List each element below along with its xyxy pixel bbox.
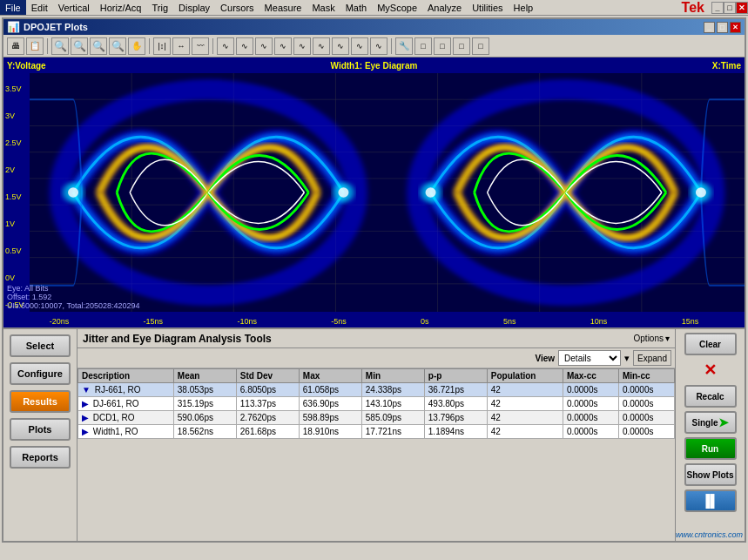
single-button[interactable]: Single ➤ [684, 411, 737, 434]
tool-zoom-in[interactable]: 🔍 [51, 37, 69, 55]
data-table: Description Mean Std Dev Max Min p-p Pop… [77, 368, 675, 439]
table-row[interactable]: ▼ RJ-661, RO 38.053ps 6.8050ps 61.058ps … [78, 383, 675, 397]
row-expand-rj[interactable]: ▼ [82, 385, 91, 395]
recalc-button[interactable]: Recalc [684, 385, 737, 408]
tool-wave-9[interactable]: ∿ [370, 37, 387, 55]
app-maximize[interactable]: □ [717, 22, 728, 33]
close-x-button[interactable]: ✕ [684, 359, 737, 381]
cell-pp-dj: 493.80ps [424, 397, 487, 411]
cell-maxcc-dcd: 0.0000s [563, 411, 618, 425]
options-label: Options [634, 334, 664, 343]
tool-zoom-area[interactable]: 🔍 [90, 37, 107, 55]
table-container: Description Mean Std Dev Max Min p-p Pop… [77, 368, 675, 541]
tool-wave-8[interactable]: ∿ [351, 37, 368, 55]
view-controls-bar: View Details Summary Histogram ▾ Expand [77, 348, 675, 368]
clear-button[interactable]: Clear [684, 333, 737, 355]
menu-item-utilities[interactable]: Utilities [467, 0, 508, 15]
cell-pp-dcd: 13.796ps [424, 411, 487, 425]
menu-item-vertical[interactable]: Vertical [53, 0, 95, 15]
scope-volt-axis: 3.5V 3V 2.5V 2V 1.5V 1V 0.5V 0V -0.5V [5, 75, 24, 319]
tool-copy[interactable]: 📋 [26, 37, 44, 55]
cell-mincc-dcd: 0.0000s [618, 411, 674, 425]
scope-info: Eye: All Bits Offset: 1.592 UIs:6000:100… [7, 284, 139, 310]
row-expand-dj[interactable]: ▶ [82, 399, 89, 408]
tool-zoom-fit[interactable]: 🔍 [109, 37, 126, 55]
time-15: 15ns [682, 317, 699, 326]
results-button[interactable]: Results [10, 390, 71, 413]
tool-wave-4[interactable]: ∿ [274, 37, 292, 55]
tool-zoom-out[interactable]: 🔍 [71, 37, 88, 55]
tool-cursor-2[interactable]: ↔ [172, 37, 190, 55]
menu-item-trig[interactable]: Trig [146, 0, 173, 15]
tool-wave-1[interactable]: ∿ [217, 37, 234, 55]
table-row[interactable]: ▶ DCD1, RO 590.06ps 2.7620ps 598.89ps 58… [78, 411, 675, 425]
configure-button[interactable]: Configure [10, 362, 71, 385]
menu-item-myscope[interactable]: MyScope [372, 0, 422, 15]
tool-box-3[interactable]: □ [453, 37, 470, 55]
bottom-panel: Select Configure Results Plots Reports J… [3, 327, 745, 541]
win-maximize[interactable]: □ [724, 2, 736, 14]
toolbar-sep-3 [212, 38, 213, 54]
tool-box-4[interactable]: □ [472, 37, 489, 55]
panel-controls: Options ▾ [634, 334, 670, 343]
menu-item-analyze[interactable]: Analyze [422, 0, 467, 15]
tool-cursor-1[interactable]: |↕| [153, 37, 171, 55]
menu-item-measure[interactable]: Measure [259, 0, 307, 15]
tool-cursor-3[interactable]: 〰 [192, 37, 209, 55]
view-select[interactable]: Details Summary Histogram [558, 350, 621, 366]
menu-item-display[interactable]: Display [173, 0, 215, 15]
reports-button[interactable]: Reports [10, 446, 71, 469]
chart-icon-button[interactable]: ▐▌ [684, 489, 737, 512]
cell-description-dj: ▶ DJ-661, RO [78, 397, 174, 411]
menu-item-math[interactable]: Math [340, 0, 372, 15]
plots-button[interactable]: Plots [10, 418, 71, 441]
cell-mean-rj: 38.053ps [173, 383, 236, 397]
run-button[interactable]: Run [684, 437, 737, 460]
cell-description-dcd: ▶ DCD1, RO [78, 411, 174, 425]
table-row[interactable]: ▶ Width1, RO 18.562ns 261.68ps 18.910ns … [78, 425, 675, 439]
tool-settings[interactable]: 🔧 [395, 37, 413, 55]
select-button[interactable]: Select [10, 334, 71, 357]
cell-min-dj: 143.10ps [361, 397, 424, 411]
options-button[interactable]: Options ▾ [634, 334, 670, 343]
win-minimize[interactable]: _ [711, 2, 724, 14]
options-dropdown-icon: ▾ [665, 334, 670, 343]
show-plots-button[interactable]: Show Plots [684, 463, 737, 486]
cell-pp-rj: 36.721ps [424, 383, 487, 397]
win-close[interactable]: ✕ [736, 2, 748, 14]
menu-item-cursors[interactable]: Cursors [215, 0, 259, 15]
tool-wave-5[interactable]: ∿ [293, 37, 311, 55]
volt-0: 0V [5, 273, 24, 282]
table-row[interactable]: ▶ DJ-661, RO 315.19ps 113.37ps 636.90ps … [78, 397, 675, 411]
app-minimize[interactable]: _ [704, 22, 715, 33]
menu-item-edit[interactable]: Edit [26, 0, 53, 15]
eye-diagram-svg [30, 73, 745, 312]
row-expand-dcd[interactable]: ▶ [82, 413, 89, 422]
app-icon: 📊 [7, 21, 20, 33]
menu-item-mask[interactable]: Mask [307, 0, 340, 15]
menu-item-file[interactable]: File [0, 0, 26, 15]
tool-wave-3[interactable]: ∿ [255, 37, 273, 55]
tool-wave-2[interactable]: ∿ [236, 37, 253, 55]
cell-min-width: 17.721ns [361, 425, 424, 439]
tool-wave-6[interactable]: ∿ [313, 37, 330, 55]
menu-item-horiz[interactable]: Horiz/Acq [95, 0, 147, 15]
row-expand-width[interactable]: ▶ [82, 427, 89, 436]
cell-max-rj: 61.058ps [299, 383, 361, 397]
expand-button[interactable]: Expand [633, 350, 671, 366]
tool-pan[interactable]: ✋ [128, 37, 145, 55]
toolbar-sep-2 [149, 38, 150, 54]
tool-box-2[interactable]: □ [434, 37, 451, 55]
app-close[interactable]: ✕ [730, 22, 741, 33]
volt-3: 3V [5, 111, 24, 120]
tool-wave-7[interactable]: ∿ [332, 37, 349, 55]
scope-info-line2: Offset: 1.592 [7, 293, 139, 301]
cell-maxcc-rj: 0.0000s [563, 383, 618, 397]
tool-print[interactable]: 🖶 [7, 37, 24, 55]
col-pp: p-p [424, 369, 487, 383]
menu-item-help[interactable]: Help [509, 0, 539, 15]
time-neg-15: -15ns [144, 317, 164, 326]
tool-box-1[interactable]: □ [414, 37, 432, 55]
scope-label-title: Width1: Eye Diagram [331, 61, 418, 71]
cell-maxcc-dj: 0.0000s [563, 397, 618, 411]
